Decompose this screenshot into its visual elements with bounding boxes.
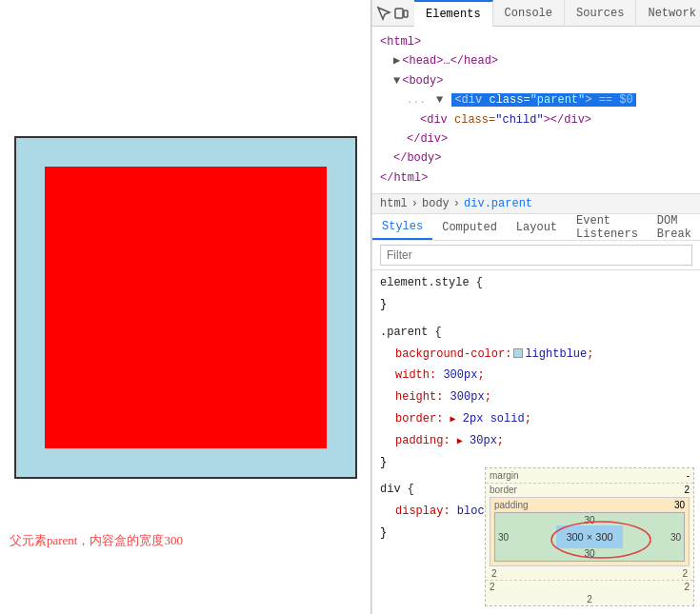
box-model-diagram: margin - border 2 padding 30 (485, 467, 694, 606)
devtools-toolbar: Elements Console Sources Network » (372, 0, 700, 27)
tab-network[interactable]: Network (636, 0, 700, 27)
dom-html-close: </html> (380, 168, 692, 188)
breadcrumb-sep2: › (453, 197, 460, 210)
tab-console[interactable]: Console (493, 0, 565, 27)
sub-tab-computed[interactable]: Computed (432, 214, 507, 240)
prop-width: width: 300px; (395, 368, 485, 382)
padding-label: padding (494, 500, 529, 510)
element-style-close: } (380, 298, 387, 311)
parent-rule: .parent { background-color:lightblue; wi… (380, 322, 692, 474)
dom-child-div: <div class="child"></div> (420, 110, 692, 129)
dom-dots: ... ▼ <div class="parent"> == $0 (407, 90, 692, 109)
device-icon[interactable] (393, 3, 409, 24)
padding-left-val: 30 (498, 532, 509, 543)
content-size: 300 × 300 (556, 525, 622, 548)
dom-tree: <html> ▶<head>…</head> ▼<body> ... ▼ <di… (372, 27, 700, 194)
border-left-val: 2 (491, 568, 497, 579)
parent-element (14, 136, 357, 479)
tab-elements[interactable]: Elements (414, 0, 493, 27)
div-selector: div { (380, 483, 414, 496)
padding-top-val: 30 (498, 515, 681, 525)
preview-panel: 父元素parent，内容盒的宽度300 (0, 0, 371, 614)
border-value-display: 2 (684, 485, 690, 495)
sub-tab-bar: Styles Computed Layout Event Listeners D… (372, 214, 700, 241)
element-style-selector: element.style { (380, 276, 483, 289)
dom-head: ▶<head>…</head> (393, 51, 692, 70)
breadcrumb-body[interactable]: body (422, 197, 450, 210)
svg-rect-0 (395, 9, 403, 18)
sub-tab-dom-break[interactable]: DOM Break (648, 214, 700, 240)
sub-tab-event-listeners[interactable]: Event Listeners (567, 214, 648, 240)
sub-tab-layout[interactable]: Layout (507, 214, 567, 240)
parent-rule-close: } (380, 456, 387, 469)
margin-left-val: 2 (490, 582, 495, 592)
border-label: border (490, 485, 517, 495)
filter-input[interactable] (380, 245, 692, 266)
margin-value-display: - (687, 470, 690, 481)
filter-bar (372, 241, 700, 270)
border-right-val: 2 (682, 568, 688, 579)
breadcrumb-html[interactable]: html (380, 197, 408, 210)
padding-value-display: 30 (674, 500, 685, 510)
annotation-text: 父元素parent，内容盒的宽度300 (10, 532, 183, 549)
margin-label: margin (490, 470, 519, 481)
prop-height: height: 300px; (395, 390, 491, 404)
dom-parent-div[interactable]: <div class="parent"> == $0 (451, 93, 635, 107)
margin-right-val: 2 (684, 582, 690, 592)
tab-sources[interactable]: Sources (565, 0, 636, 27)
div-rule-close: } (380, 526, 387, 540)
devtools-panel: Elements Console Sources Network » <html… (371, 0, 700, 614)
padding-bottom-val: 30 (498, 548, 681, 559)
prop-bg-color: background-color:lightblue; (395, 347, 593, 361)
prop-border: border: ▶ 2px solid; (395, 412, 531, 426)
dom-body: ▼<body> (393, 71, 692, 90)
content-box: 300 × 300 (556, 525, 622, 548)
dom-body-close: </body> (393, 149, 692, 168)
dom-div-close: </div> (407, 129, 692, 149)
inspect-icon[interactable] (376, 3, 391, 24)
child-element (45, 167, 327, 448)
svg-rect-1 (404, 10, 408, 17)
breadcrumb: html › body › div.parent (372, 194, 700, 214)
prop-display: display: block; (395, 505, 498, 518)
sub-tab-styles[interactable]: Styles (372, 214, 432, 240)
parent-selector: .parent { (380, 326, 442, 339)
prop-padding: padding: ▶ 30px; (395, 434, 504, 447)
dom-html: <html> (380, 32, 692, 51)
breadcrumb-div-parent[interactable]: div.parent (464, 197, 532, 210)
padding-right-val: 30 (670, 532, 681, 543)
element-style-rule: element.style { } (380, 272, 692, 316)
margin-bottom-val: 2 (486, 593, 693, 605)
breadcrumb-sep1: › (411, 197, 418, 210)
